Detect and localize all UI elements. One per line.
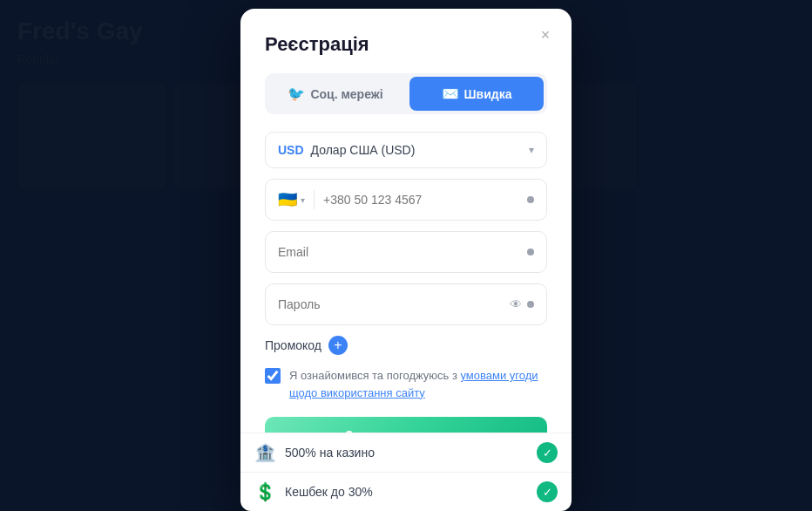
password-dot-icon [527, 301, 534, 308]
casino-icon: 🏦 [254, 442, 276, 463]
currency-code: USD [278, 143, 304, 157]
flag-chevron-icon: ▾ [301, 195, 305, 205]
close-button[interactable]: × [533, 23, 558, 47]
promo-label: Промокод [265, 338, 321, 352]
tab-social-label: Соц. мережі [310, 87, 382, 101]
email-icon: ✉️ [442, 85, 459, 102]
currency-left: USD Долар США (USD) [278, 143, 415, 157]
eye-icon: 👁 [510, 297, 522, 311]
password-input[interactable] [278, 297, 510, 311]
email-row [265, 231, 547, 273]
phone-row: 🇺🇦 ▾ [265, 179, 547, 221]
tab-quick[interactable]: ✉️ Швидка [409, 77, 544, 111]
currency-name: Долар США (USD) [311, 143, 416, 157]
promo-add-button[interactable]: + [328, 336, 348, 355]
tab-social[interactable]: 🐦 Соц. мережі [268, 77, 403, 111]
social-icon: 🐦 [288, 85, 305, 102]
email-input[interactable] [278, 245, 527, 259]
checkbox-row: Я ознайомився та погоджуюсь з умовами уг… [265, 367, 547, 401]
bottom-banner: 🏦 500% на казино ✓ 💲 Кешбек до 30% ✓ [240, 433, 572, 511]
flag-icon: 🇺🇦 [278, 190, 297, 209]
chevron-down-icon: ▾ [529, 144, 534, 156]
registration-modal: × Реєстрація 🐦 Соц. мережі ✉️ Швидка USD… [240, 9, 572, 504]
password-row: 👁 [265, 283, 547, 325]
phone-input[interactable] [323, 193, 527, 207]
phone-dot-icon [527, 196, 534, 203]
casino-text: 500% на казино [285, 446, 528, 460]
modal-title: Реєстрація [265, 33, 547, 56]
terms-text: Я ознайомився та погоджуюсь з умовами уг… [289, 367, 547, 401]
cashback-icon: 💲 [254, 481, 276, 502]
currency-selector[interactable]: USD Долар США (USD) ▾ [265, 132, 547, 168]
casino-check-icon: ✓ [537, 442, 558, 463]
banner-item-casino: 🏦 500% на казино ✓ [240, 433, 572, 472]
banner-item-cashback: 💲 Кешбек до 30% ✓ [240, 472, 572, 511]
cashback-text: Кешбек до 30% [285, 485, 528, 499]
tab-row: 🐦 Соц. мережі ✉️ Швидка [265, 73, 547, 114]
email-dot-icon [527, 249, 534, 256]
terms-checkbox[interactable] [265, 368, 281, 384]
tab-quick-label: Швидка [464, 87, 512, 101]
flag-selector[interactable]: 🇺🇦 ▾ [278, 190, 315, 209]
cashback-check-icon: ✓ [537, 481, 558, 502]
promo-row: Промокод + [265, 336, 547, 355]
